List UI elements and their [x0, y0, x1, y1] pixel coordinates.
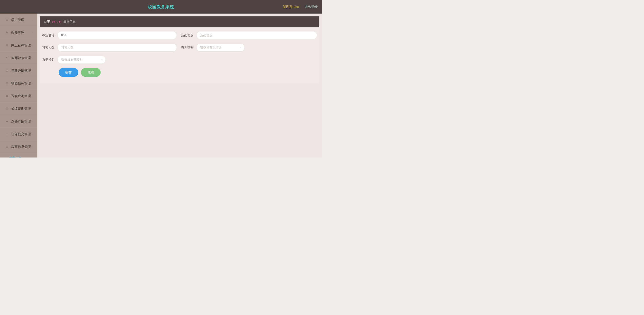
submit-button[interactable]: 提交 — [58, 68, 78, 77]
projector-select-placeholder: 请选择有无投影 — [61, 58, 83, 62]
sidebar-item-teacher-eval[interactable]: 教师评教管理 — [0, 52, 37, 64]
location-input[interactable] — [196, 31, 317, 39]
capacity-label: 可容人数 — [42, 46, 58, 50]
sidebar-item-grade[interactable]: 成绩查询管理 — [0, 102, 37, 115]
form-row-1: 教室名称 所处地点 — [42, 31, 317, 39]
sidebar-item-eval-detail[interactable]: 评教详情管理 — [0, 64, 37, 77]
projector-label: 有无投影 — [42, 58, 58, 62]
svg-rect-5 — [7, 95, 8, 96]
chevron-down-icon — [32, 32, 34, 34]
folder-icon — [6, 120, 8, 123]
svg-rect-7 — [7, 96, 8, 97]
chevron-down-icon — [32, 108, 34, 110]
grid-icon — [6, 94, 8, 98]
chevron-down-icon — [101, 58, 103, 61]
form-row-2: 可容人数 有无空调 请选择有无空调 — [42, 44, 317, 52]
breadcrumb-emoji: (●'◡'●) — [52, 20, 61, 24]
cancel-button[interactable]: 取消 — [81, 68, 100, 77]
list-icon — [6, 82, 8, 85]
sidebar-sub-classroom-info[interactable]: 教室信息 — [0, 153, 37, 158]
sidebar-item-label: 课表查询管理 — [11, 94, 31, 98]
flag-icon — [6, 56, 8, 60]
svg-rect-6 — [6, 96, 7, 97]
sidebar-item-classroom[interactable]: 教室信息管理 — [0, 140, 37, 153]
location-label: 所处地点 — [181, 33, 196, 38]
app-title: 校园教务系统 — [148, 4, 174, 10]
admin-link[interactable]: 管理员 abo — [283, 4, 299, 9]
room-name-label: 教室名称 — [42, 33, 58, 38]
breadcrumb: 首页 (●'◡'●) 教室信息 — [40, 16, 319, 27]
logout-link[interactable]: 退出登录 — [304, 4, 318, 9]
svg-rect-4 — [6, 95, 7, 96]
button-row: 提交 取消 — [42, 68, 317, 77]
sidebar-item-task-submit[interactable]: 任务提交管理 — [0, 128, 37, 140]
ac-select[interactable]: 请选择有无空调 — [196, 44, 244, 52]
sidebar-item-label: 教师管理 — [11, 30, 24, 35]
svg-rect-10 — [7, 146, 7, 146]
projector-select[interactable]: 请选择有无投影 — [58, 56, 106, 64]
svg-rect-2 — [6, 45, 8, 46]
chevron-down-icon — [32, 70, 34, 72]
field-ac: 有无空调 请选择有无空调 — [181, 44, 244, 52]
main-panel: 首页 (●'◡'●) 教室信息 教室名称 所处地点 可容人数 — [37, 14, 322, 158]
chevron-down-icon — [240, 46, 242, 48]
breadcrumb-home[interactable]: 首页 — [44, 20, 50, 24]
ac-label: 有无空调 — [181, 46, 196, 50]
svg-rect-8 — [6, 108, 8, 110]
sidebar-item-course-select[interactable]: 网上选课管理 — [0, 39, 37, 52]
sidebar-item-label: 网上选课管理 — [11, 43, 31, 48]
form-area: 教室名称 所处地点 可容人数 有无空调 请选择有无空调 — [40, 27, 319, 83]
upload-icon — [6, 132, 8, 136]
chevron-down-icon — [32, 44, 34, 46]
sidebar-item-label: 成绩查询管理 — [11, 106, 31, 111]
sidebar-item-teacher[interactable]: 教师管理 — [0, 26, 37, 39]
ac-select-placeholder: 请选择有无空调 — [200, 46, 222, 50]
chevron-down-icon — [32, 57, 34, 59]
user-icon — [6, 18, 8, 22]
chevron-down-icon — [32, 146, 34, 148]
svg-rect-11 — [7, 146, 8, 146]
sidebar-item-label: 任务提交管理 — [11, 132, 31, 136]
field-location: 所处地点 — [181, 31, 317, 39]
svg-rect-1 — [6, 44, 8, 46]
field-projector: 有无投影 请选择有无投影 — [42, 56, 106, 64]
sidebar-item-label: 选课详情管理 — [11, 119, 31, 124]
top-right-links: 管理员 abo 退出登录 — [283, 4, 318, 9]
sidebar-item-timetable[interactable]: 课表查询管理 — [0, 90, 37, 102]
form-row-3: 有无投影 请选择有无投影 — [42, 56, 317, 64]
svg-point-0 — [6, 19, 8, 20]
sidebar-item-student[interactable]: 学生管理 — [0, 14, 37, 26]
capacity-input[interactable] — [58, 44, 177, 52]
breadcrumb-current: 教室信息 — [64, 20, 76, 24]
sidebar-item-label: 评教详情管理 — [11, 68, 31, 73]
building-icon — [6, 145, 8, 148]
top-bar: 校园教务系统 管理员 abo 退出登录 — [0, 0, 322, 14]
chevron-down-icon — [32, 82, 34, 84]
sidebar-item-campus-task[interactable]: 校园任务管理 — [0, 77, 37, 90]
chevron-down-icon — [32, 95, 34, 97]
sidebar-item-label: 校园任务管理 — [11, 81, 31, 86]
field-capacity: 可容人数 — [42, 44, 177, 52]
field-room-name: 教室名称 — [42, 31, 177, 39]
main-container: 学生管理 教师管理 网上选课管理 教师评教管理 评教详情管理 校园任务管理 — [0, 14, 322, 158]
chevron-down-icon — [32, 19, 34, 21]
sidebar-item-course-detail[interactable]: 选课详情管理 — [0, 115, 37, 128]
clock-icon — [6, 69, 8, 72]
doc-icon — [6, 107, 8, 110]
chevron-down-icon — [32, 120, 34, 122]
sidebar-item-label: 学生管理 — [11, 18, 24, 22]
room-name-input[interactable] — [58, 31, 177, 39]
sidebar-sub-label: 教室信息 — [9, 156, 22, 158]
sidebar: 学生管理 教师管理 网上选课管理 教师评教管理 评教详情管理 校园任务管理 — [0, 14, 37, 158]
svg-rect-9 — [6, 146, 8, 148]
copy-icon — [6, 44, 8, 47]
sidebar-item-label: 教师评教管理 — [11, 56, 31, 60]
tag-icon — [6, 31, 8, 34]
chevron-down-icon — [32, 133, 34, 135]
sidebar-item-label: 教室信息管理 — [11, 144, 31, 149]
